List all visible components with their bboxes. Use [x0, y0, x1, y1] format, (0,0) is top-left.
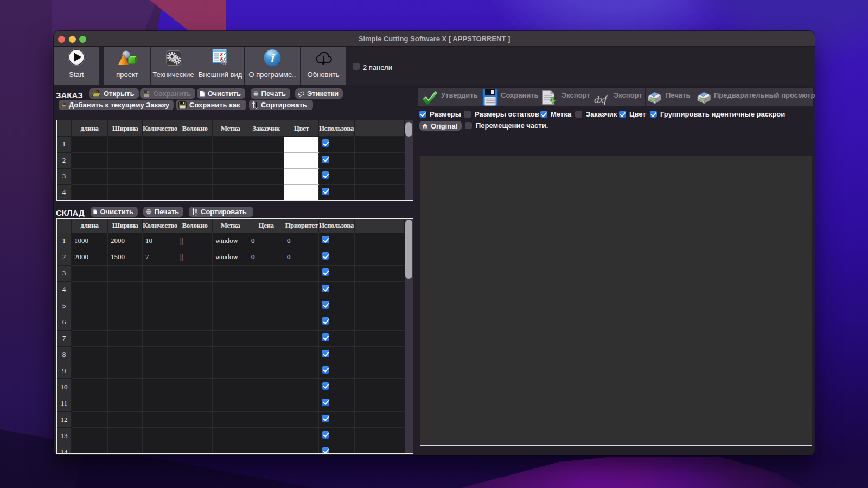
svg-text:i: i: [271, 51, 275, 65]
svg-text:dxf: dxf: [594, 94, 608, 105]
